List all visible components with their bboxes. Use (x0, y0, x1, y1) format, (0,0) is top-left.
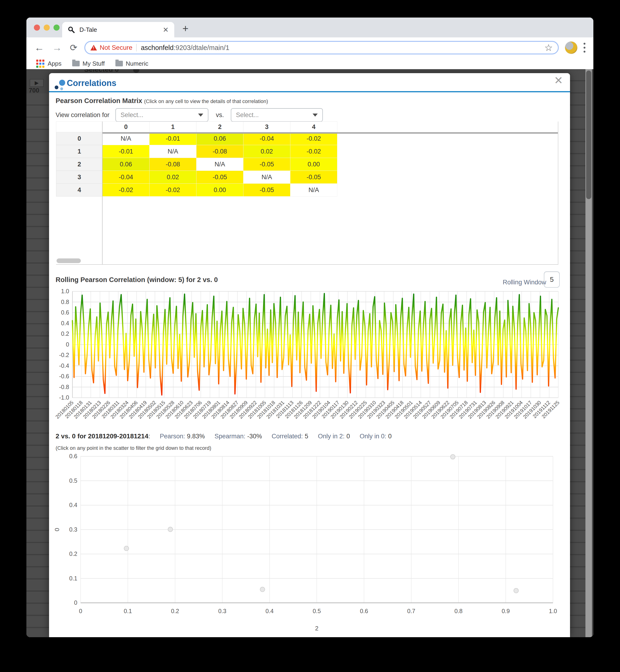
svg-text:0.3: 0.3 (69, 526, 77, 533)
not-secure-warning-icon[interactable]: ! (90, 45, 97, 50)
matrix-cell[interactable]: -0.02 (150, 184, 197, 197)
select-placeholder: Select... (120, 111, 198, 119)
matrix-cell[interactable]: -0.05 (244, 158, 291, 171)
matrix-cell[interactable]: -0.01 (103, 145, 150, 158)
matrix-col-header: 1 (150, 122, 197, 132)
matrix-cell[interactable]: N/A (197, 158, 244, 171)
svg-text:0.4: 0.4 (265, 608, 273, 614)
matrix-cell[interactable]: 0.00 (197, 184, 244, 197)
stat-label: Only in 2: (318, 433, 345, 440)
scrollbar-thumb[interactable] (586, 70, 591, 199)
reload-icon[interactable]: ⟳ (70, 43, 77, 52)
stats-prefix: 2 vs. 0 for 20181209-20181214 (56, 432, 148, 440)
svg-text:0.4: 0.4 (61, 320, 69, 326)
matrix-cell[interactable]: 0.06 (103, 158, 150, 171)
matrix-cell[interactable]: N/A (150, 145, 197, 158)
stat-value: 9.83% (187, 433, 205, 440)
stat-value: 0 (347, 433, 350, 440)
svg-text:0.4: 0.4 (69, 502, 77, 508)
omnibox-divider (136, 44, 137, 51)
forward-icon[interactable]: → (52, 43, 62, 53)
page-area: ▶ 700 Selected 0 Correlations ✕ Pearson … (27, 69, 593, 637)
bookmark-apps[interactable]: Apps (48, 60, 61, 67)
rolling-correlation-chart[interactable]: 2018010520180118201801312018021320180226… (49, 289, 570, 432)
svg-text:0.6: 0.6 (61, 309, 69, 316)
apps-grid-icon[interactable] (36, 60, 44, 68)
matrix-cell[interactable]: 0.02 (244, 145, 291, 158)
matrix-row: 4-0.02-0.020.00-0.05N/A (56, 184, 337, 197)
matrix-cell[interactable]: 0.02 (150, 171, 197, 184)
back-icon[interactable]: ← (34, 43, 44, 53)
close-tab-icon[interactable]: ✕ (163, 26, 169, 34)
modal-close-icon[interactable]: ✕ (554, 75, 563, 86)
zoom-window-button[interactable] (53, 24, 60, 31)
close-window-button[interactable] (34, 24, 40, 31)
hidden-header-text: Selected 0 (84, 69, 119, 73)
matrix-section-note: (Click on any cell to view the details o… (144, 98, 268, 104)
avatar[interactable] (565, 41, 577, 54)
svg-text:1.0: 1.0 (61, 289, 69, 295)
matrix-cell[interactable]: -0.05 (244, 184, 291, 197)
matrix-cell[interactable]: -0.02 (103, 184, 150, 197)
svg-text:0.2: 0.2 (61, 330, 69, 337)
svg-text:-0.4: -0.4 (59, 362, 69, 369)
bookmarks-bar: Apps My Stuff Numeric (27, 58, 593, 69)
matrix-row-header: 0 (56, 132, 103, 145)
bookmark-star-icon[interactable]: ☆ (544, 42, 553, 53)
matrix-cell[interactable]: N/A (103, 132, 150, 145)
rolling-window-input[interactable]: 5 (544, 271, 560, 288)
bookmark-label: Apps (48, 60, 61, 67)
matrix-row: 1-0.01N/A-0.080.02-0.02 (56, 145, 337, 158)
svg-text:-0.8: -0.8 (59, 384, 69, 390)
matrix-cell[interactable]: -0.08 (197, 145, 244, 158)
browser-tab[interactable]: D-Tale ✕ (62, 22, 174, 37)
matrix-cell[interactable]: N/A (244, 171, 291, 184)
bookmark-numeric[interactable]: Numeric (115, 60, 148, 67)
matrix-header-row: 01234 (56, 122, 337, 132)
matrix-row-header: 3 (56, 171, 103, 184)
matrix-cell[interactable]: 0.06 (197, 132, 244, 145)
matrix-row-header: 1 (56, 145, 103, 158)
browser-window: D-Tale ✕ + ← → ⟳ ! Not Secure aschonfeld… (27, 17, 593, 637)
svg-text:0.8: 0.8 (61, 299, 69, 305)
svg-text:0.1: 0.1 (124, 608, 132, 614)
scatter-note: (Click on any point in the scatter to fi… (56, 445, 211, 451)
svg-text:0.2: 0.2 (69, 551, 77, 557)
matrix-cell[interactable]: -0.02 (291, 132, 337, 145)
svg-text:-1.0: -1.0 (59, 394, 69, 401)
bookmark-my-stuff[interactable]: My Stuff (72, 60, 105, 67)
svg-text:0: 0 (74, 599, 77, 606)
matrix-cell[interactable]: -0.04 (103, 171, 150, 184)
matrix-col-header: 3 (244, 122, 291, 132)
svg-text:0: 0 (53, 528, 60, 531)
modal-title: Correlations (67, 78, 116, 88)
correlation-matrix: 012340N/A-0.010.06-0.04-0.021-0.01N/A-0.… (56, 121, 558, 265)
page-scrollbar[interactable] (585, 69, 592, 637)
not-secure-label[interactable]: Not Secure (100, 44, 133, 51)
matrix-col-header: 2 (197, 122, 244, 132)
matrix-cell[interactable]: -0.04 (244, 132, 291, 145)
svg-text:0.6: 0.6 (360, 608, 368, 614)
matrix-row-header: 4 (56, 184, 103, 197)
matrix-col-header: 4 (291, 122, 337, 132)
rolling-chart-title: Rolling Pearson Correlation (window: 5) … (56, 276, 218, 283)
matrix-cell[interactable]: N/A (291, 184, 337, 197)
matrix-row-header: 2 (56, 158, 103, 171)
matrix-hscrollbar-thumb[interactable] (57, 258, 81, 263)
correlations-icon (55, 79, 66, 91)
stat-label: Spearman: (214, 433, 245, 440)
correlation-select-1[interactable]: Select... (115, 108, 208, 122)
minimize-window-button[interactable] (44, 24, 50, 31)
correlation-select-2[interactable]: Select... (231, 108, 323, 122)
scatter-chart[interactable]: 00.10.20.30.40.50.60.70.80.91.00.60.50.4… (49, 454, 570, 636)
matrix-cell[interactable]: -0.08 (150, 158, 197, 171)
browser-menu-icon[interactable] (583, 43, 585, 53)
matrix-cell[interactable]: -0.05 (291, 171, 337, 184)
new-tab-button[interactable]: + (183, 23, 189, 34)
url-bar[interactable]: ! Not Secure aschonfeld:9203/dtale/main/… (84, 41, 559, 54)
svg-text:0.3: 0.3 (218, 608, 226, 614)
matrix-cell[interactable]: -0.01 (150, 132, 197, 145)
matrix-cell[interactable]: -0.02 (291, 145, 337, 158)
matrix-cell[interactable]: -0.05 (197, 171, 244, 184)
matrix-cell[interactable]: 0.00 (291, 158, 337, 171)
